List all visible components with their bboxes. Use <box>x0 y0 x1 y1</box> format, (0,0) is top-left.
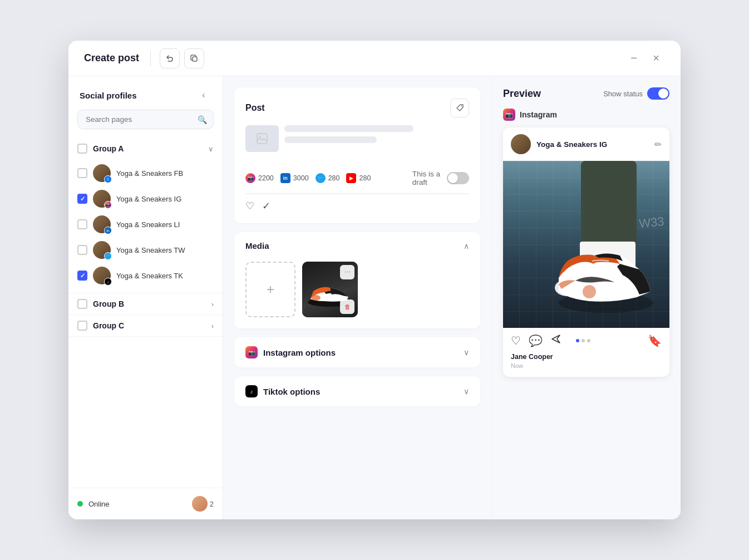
draft-label: This is a draft <box>412 170 440 186</box>
online-indicator <box>77 501 83 507</box>
like-action-icon[interactable]: ♡ <box>245 200 254 212</box>
undo-button[interactable] <box>160 48 180 68</box>
group-b-section: Group B › <box>68 293 223 315</box>
tiktok-options-chevron-icon: ∨ <box>464 387 469 396</box>
toggle-knob <box>448 173 458 183</box>
svg-rect-0 <box>193 57 197 61</box>
tag-button[interactable] <box>450 99 469 117</box>
media-content: + <box>234 259 480 328</box>
profile-tk-name: Yoga & Sneakers TK <box>116 272 214 280</box>
group-c-checkbox[interactable] <box>77 321 87 331</box>
profile-fb-checkbox[interactable] <box>77 168 87 178</box>
sidebar: Social profiles ‹ 🔍 Group A ∨ <box>68 76 223 519</box>
list-item[interactable]: 🐦 Yoga & Sneakers TW <box>68 237 223 263</box>
search-input[interactable] <box>77 110 214 129</box>
group-a-section: Group A ∨ f Yoga & Sneakers FB <box>68 138 223 293</box>
instagram-options-chevron-icon: ∨ <box>464 348 469 357</box>
post-image-placeholder <box>245 125 279 152</box>
group-b-checkbox[interactable] <box>77 299 87 309</box>
yt-stat-icon: ▶ <box>346 173 356 183</box>
group-a-checkbox[interactable] <box>77 144 87 154</box>
stat-li: in 3000 <box>280 173 309 183</box>
modal-title: Create post <box>84 52 139 64</box>
close-button[interactable]: × <box>647 50 665 67</box>
sidebar-collapse-button[interactable]: ‹ <box>196 87 211 103</box>
header-divider <box>150 51 151 66</box>
li-stat-count: 3000 <box>293 174 309 182</box>
ig-post-image: W33 <box>503 161 669 328</box>
stat-yt: ▶ 280 <box>346 173 371 183</box>
ig-liker-name: Jane Cooper <box>511 353 662 361</box>
search-icon: 🔍 <box>198 115 207 124</box>
tw-stat-count: 280 <box>328 174 340 182</box>
post-section: Post <box>234 87 480 223</box>
media-thumb-overlay: ⋯ <box>340 265 354 279</box>
platform-badge-li: in <box>104 227 112 234</box>
avatar: 📷 <box>93 190 111 208</box>
ig-like-icon[interactable]: ♡ <box>511 334 521 347</box>
profile-ig-checkbox[interactable] <box>77 194 87 204</box>
ig-options-icon: 📷 <box>245 346 258 358</box>
copy-button[interactable] <box>184 48 204 68</box>
profile-tw-name: Yoga & Sneakers TW <box>116 246 214 254</box>
instagram-platform-icon: 📷 <box>503 109 515 121</box>
profile-li-checkbox[interactable] <box>77 219 87 229</box>
instagram-options-header[interactable]: 📷 Instagram options ∨ <box>234 337 480 367</box>
preview-title: Preview <box>503 88 541 100</box>
search-box: 🔍 <box>77 110 214 129</box>
yt-stat-count: 280 <box>359 174 371 182</box>
profile-tk-checkbox[interactable] <box>77 271 87 281</box>
ig-comment-icon[interactable]: 💬 <box>529 334 543 347</box>
avatar: in <box>93 215 111 233</box>
show-status-toggle[interactable] <box>647 87 669 100</box>
post-content-area[interactable] <box>245 125 469 156</box>
svg-point-11 <box>583 285 596 298</box>
profile-tw-checkbox[interactable] <box>77 245 87 255</box>
media-section-header[interactable]: Media ∧ <box>234 232 480 259</box>
media-more-button[interactable]: ⋯ <box>340 265 354 279</box>
ig-avatar <box>511 134 531 154</box>
sidebar-footer: Online 2 <box>68 488 223 519</box>
ig-post-footer: Jane Cooper Now <box>503 351 669 377</box>
group-b-label: Group B <box>93 299 206 308</box>
svg-rect-8 <box>584 161 634 253</box>
list-item[interactable]: f Yoga & Sneakers FB <box>68 160 223 186</box>
preview-panel: Preview Show status 📷 Instagram Yoga & S… <box>491 76 681 519</box>
platform-badge-fb: f <box>104 175 112 183</box>
list-item[interactable]: ♪ Yoga & Sneakers TK <box>68 263 223 288</box>
preview-header: Preview Show status <box>503 87 669 100</box>
group-b-header[interactable]: Group B › <box>68 293 223 315</box>
profile-li-name: Yoga & Sneakers LI <box>116 220 214 229</box>
list-item[interactable]: in Yoga & Sneakers LI <box>68 212 223 237</box>
group-c-section: Group C › <box>68 315 223 337</box>
media-delete-button[interactable]: 🗑 <box>340 299 354 314</box>
platform-badge-ig: 📷 <box>104 201 112 209</box>
sneaker-scene: W33 <box>503 161 669 328</box>
ig-bookmark-icon[interactable]: 🔖 <box>648 334 662 347</box>
ig-dot-2 <box>582 339 585 342</box>
group-c-header[interactable]: Group C › <box>68 315 223 336</box>
ig-share-icon[interactable] <box>550 333 561 347</box>
minimize-button[interactable]: − <box>625 50 643 67</box>
tiktok-options-section: ♪ Tiktok options ∨ <box>234 376 480 406</box>
instagram-options-title: Instagram options <box>263 348 336 357</box>
add-media-button[interactable]: + <box>245 262 295 317</box>
post-stats-row: 📷 2200 in 3000 🐦 280 ▶ 280 <box>245 163 469 194</box>
stat-ig: 📷 2200 <box>245 173 274 183</box>
check-action-icon[interactable]: ✓ <box>262 200 270 212</box>
tiktok-options-title: Tiktok options <box>263 387 320 396</box>
tiktok-options-header[interactable]: ♪ Tiktok options ∨ <box>234 376 480 406</box>
online-label: Online <box>88 500 186 508</box>
li-stat-icon: in <box>280 173 290 183</box>
ig-stat-icon: 📷 <box>245 173 255 183</box>
list-item[interactable]: 📷 Yoga & Sneakers IG <box>68 186 223 212</box>
svg-point-3 <box>259 136 261 137</box>
show-status-knob <box>658 89 668 99</box>
ig-edit-button[interactable]: ✏ <box>654 139 662 150</box>
modal-body: Social profiles ‹ 🔍 Group A ∨ <box>68 76 681 519</box>
group-a-header[interactable]: Group A ∨ <box>68 138 223 159</box>
add-media-icon: + <box>267 282 274 297</box>
sidebar-title: Social profiles <box>80 91 137 100</box>
profile-fb-name: Yoga & Sneakers FB <box>116 169 214 178</box>
draft-toggle[interactable] <box>447 172 469 184</box>
